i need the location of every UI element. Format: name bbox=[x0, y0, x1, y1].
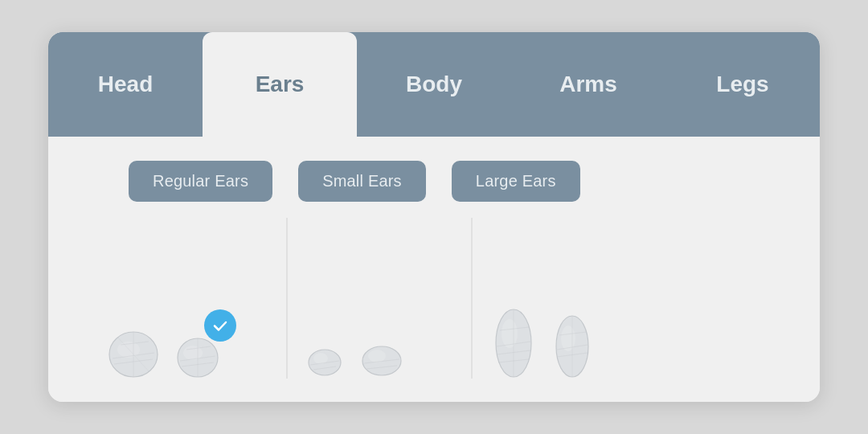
large-ears-group[interactable] bbox=[489, 298, 595, 379]
main-container: Head Ears Body Arms Legs Regular Ears Sm… bbox=[48, 32, 820, 402]
svg-point-29 bbox=[561, 326, 575, 351]
option-regular-ears[interactable]: Regular Ears bbox=[129, 161, 272, 202]
option-small-ears[interactable]: Small Ears bbox=[298, 161, 426, 202]
tab-ears[interactable]: Ears bbox=[203, 32, 357, 137]
options-row: Regular Ears Small Ears Large Ears bbox=[129, 161, 788, 202]
tab-legs[interactable]: Legs bbox=[665, 32, 820, 137]
tab-arms[interactable]: Arms bbox=[511, 32, 665, 137]
regular-ears-group[interactable] bbox=[104, 314, 222, 379]
svg-point-14 bbox=[313, 353, 328, 364]
option-large-ears[interactable]: Large Ears bbox=[452, 161, 580, 202]
regular-ear-shape-1 bbox=[104, 314, 162, 379]
tab-head-label: Head bbox=[98, 72, 153, 97]
tab-legs-label: Legs bbox=[716, 72, 768, 97]
tabs-row: Head Ears Body Arms Legs bbox=[48, 32, 820, 137]
small-ears-group[interactable] bbox=[304, 334, 407, 379]
large-ear-shape-2 bbox=[550, 306, 595, 379]
tab-head[interactable]: Head bbox=[48, 32, 203, 137]
divider-1 bbox=[286, 218, 288, 379]
svg-point-18 bbox=[368, 350, 386, 362]
items-row bbox=[80, 226, 788, 379]
content-area: Regular Ears Small Ears Large Ears bbox=[48, 137, 820, 402]
tab-body-label: Body bbox=[406, 72, 462, 97]
small-ear-shape-1 bbox=[304, 337, 346, 379]
tab-body[interactable]: Body bbox=[357, 32, 511, 137]
selected-check-badge bbox=[204, 309, 236, 342]
tab-ears-label: Ears bbox=[256, 72, 305, 97]
small-ear-shape-2 bbox=[357, 334, 407, 379]
regular-ear-shape-2 bbox=[174, 324, 222, 379]
tab-arms-label: Arms bbox=[559, 72, 617, 97]
large-ear-shape-1 bbox=[489, 298, 538, 379]
divider-2 bbox=[471, 218, 473, 379]
